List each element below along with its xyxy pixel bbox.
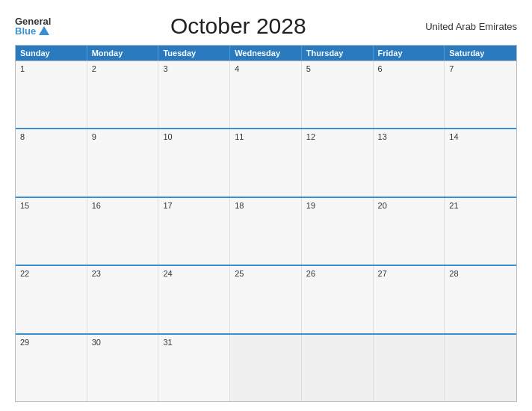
- day-cell: 12: [302, 129, 374, 196]
- day-number: 22: [20, 269, 82, 278]
- logo-blue-text: Blue: [15, 26, 36, 36]
- day-number: 17: [163, 201, 225, 210]
- day-number: 7: [449, 64, 512, 73]
- day-number: 2: [92, 64, 154, 73]
- day-number: 6: [378, 64, 440, 73]
- day-number: 25: [235, 269, 297, 278]
- day-cell: 13: [374, 129, 445, 196]
- day-cell: 28: [445, 266, 516, 333]
- day-cell: 6: [374, 61, 445, 128]
- day-number: 15: [20, 201, 82, 210]
- day-number: 30: [92, 338, 154, 347]
- day-number: 24: [163, 269, 225, 278]
- calendar-page: General Blue October 2028 United Arab Em…: [0, 0, 532, 411]
- day-cell: 4: [230, 61, 302, 128]
- day-header-friday: Friday: [374, 46, 445, 61]
- day-number: 26: [306, 269, 368, 278]
- logo: General Blue: [15, 16, 51, 36]
- day-cell: [302, 335, 374, 401]
- day-cell: 10: [158, 129, 230, 196]
- day-cell: 3: [158, 61, 230, 128]
- day-number: 23: [92, 269, 154, 278]
- day-header-thursday: Thursday: [302, 46, 374, 61]
- day-cell: 25: [230, 266, 302, 333]
- week-row-1: 1234567: [16, 61, 516, 128]
- day-cell: 26: [302, 266, 374, 333]
- day-cell: 16: [87, 198, 159, 265]
- day-cell: [374, 335, 445, 401]
- day-header-saturday: Saturday: [445, 46, 516, 61]
- week-row-2: 891011121314: [16, 128, 516, 196]
- day-cell: 11: [230, 129, 302, 196]
- day-number: 5: [306, 64, 368, 73]
- day-number: 14: [449, 132, 512, 141]
- day-cell: 8: [16, 129, 87, 196]
- day-number: 12: [306, 132, 368, 141]
- day-cell: [230, 335, 302, 401]
- day-header-sunday: Sunday: [16, 46, 87, 61]
- weeks-container: 1234567891011121314151617181920212223242…: [16, 61, 516, 401]
- day-number: 11: [235, 132, 297, 141]
- day-number: 13: [378, 132, 440, 141]
- day-cell: 24: [158, 266, 230, 333]
- calendar-grid: SundayMondayTuesdayWednesdayThursdayFrid…: [15, 45, 517, 402]
- day-cell: 31: [158, 335, 230, 401]
- day-headers-row: SundayMondayTuesdayWednesdayThursdayFrid…: [16, 46, 516, 61]
- day-number: 1: [20, 64, 82, 73]
- day-cell: 30: [87, 335, 159, 401]
- day-cell: 17: [158, 198, 230, 265]
- day-cell: 19: [302, 198, 374, 265]
- day-number: 10: [163, 132, 225, 141]
- day-cell: 1: [16, 61, 87, 128]
- day-number: 31: [163, 338, 225, 347]
- calendar-title: October 2028: [51, 13, 425, 39]
- day-number: 3: [163, 64, 225, 73]
- day-cell: 23: [87, 266, 159, 333]
- week-row-5: 293031: [16, 333, 516, 401]
- day-cell: 20: [374, 198, 445, 265]
- logo-blue-row: Blue: [15, 26, 49, 36]
- day-cell: 18: [230, 198, 302, 265]
- day-number: 20: [378, 201, 440, 210]
- day-number: 8: [20, 132, 82, 141]
- day-number: 18: [235, 201, 297, 210]
- day-header-monday: Monday: [87, 46, 159, 61]
- day-cell: 15: [16, 198, 87, 265]
- day-number: 9: [92, 132, 154, 141]
- day-number: 27: [378, 269, 440, 278]
- day-number: 19: [306, 201, 368, 210]
- week-row-4: 22232425262728: [16, 265, 516, 333]
- day-cell: 7: [445, 61, 516, 128]
- day-cell: 5: [302, 61, 374, 128]
- logo-triangle-icon: [39, 26, 49, 35]
- day-cell: 22: [16, 266, 87, 333]
- day-cell: 29: [16, 335, 87, 401]
- day-number: 16: [92, 201, 154, 210]
- day-cell: 21: [445, 198, 516, 265]
- country-label: United Arab Emirates: [425, 21, 517, 32]
- day-cell: 27: [374, 266, 445, 333]
- day-number: 4: [235, 64, 297, 73]
- day-cell: 14: [445, 129, 516, 196]
- calendar-header: General Blue October 2028 United Arab Em…: [15, 13, 517, 39]
- week-row-3: 15161718192021: [16, 197, 516, 265]
- day-header-tuesday: Tuesday: [158, 46, 230, 61]
- day-number: 21: [449, 201, 512, 210]
- day-cell: 2: [87, 61, 159, 128]
- day-cell: [445, 335, 516, 401]
- day-cell: 9: [87, 129, 159, 196]
- day-number: 28: [449, 269, 512, 278]
- day-number: 29: [20, 338, 82, 347]
- day-header-wednesday: Wednesday: [230, 46, 302, 61]
